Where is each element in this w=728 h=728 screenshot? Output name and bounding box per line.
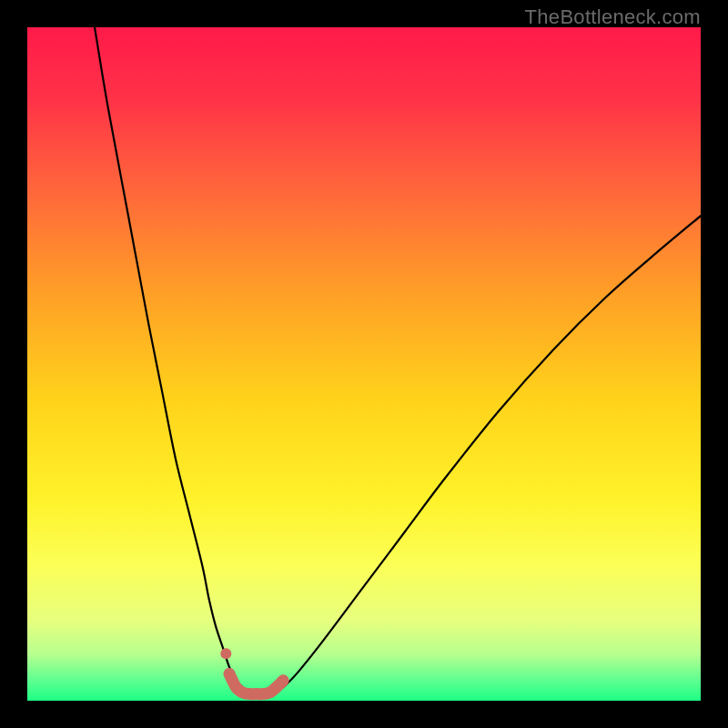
right-branch-curve — [283, 216, 701, 687]
valley-marker-dot — [220, 648, 231, 659]
watermark-text: TheBottleneck.com — [525, 5, 701, 29]
left-branch-curve — [95, 27, 243, 687]
curve-layer — [27, 27, 701, 701]
valley-marker-curve — [229, 673, 283, 693]
chart-area — [27, 27, 701, 701]
